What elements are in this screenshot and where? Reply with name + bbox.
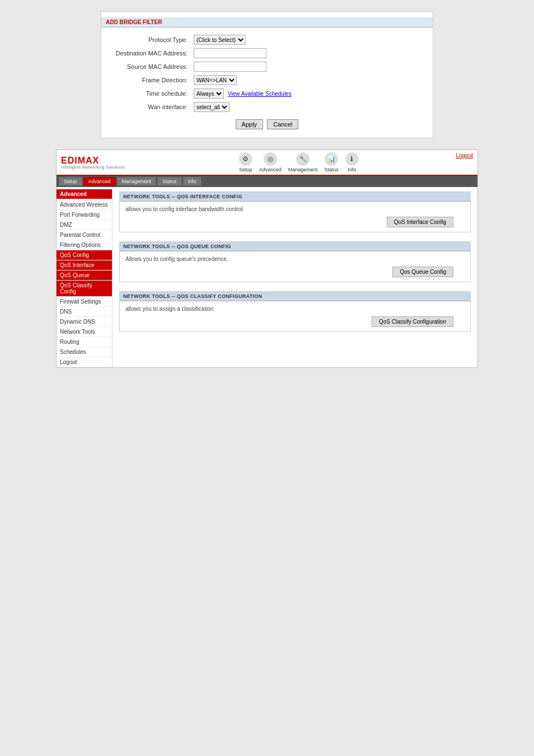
- bridge-filter-form: Protocol Type: (Click to Select) Destina…: [101, 33, 433, 114]
- sidebar-item-qos-interface[interactable]: QoS Interface: [57, 260, 112, 270]
- sidebar-item-filtering-options[interactable]: Filtering Options: [57, 240, 112, 250]
- source-mac-label: Source MAC Address:: [101, 60, 191, 73]
- frame-direction-select[interactable]: WAN=>LAN: [194, 75, 237, 85]
- destination-mac-input[interactable]: [194, 48, 266, 58]
- sidebar-item-firewall-settings[interactable]: Firewall Settings: [57, 297, 112, 307]
- protocol-type-select[interactable]: (Click to Select): [194, 35, 246, 45]
- sidebar-item-logout[interactable]: Logout: [57, 357, 112, 367]
- management-label: Management: [288, 167, 318, 172]
- nav-icon-info[interactable]: ℹ Info: [345, 152, 359, 172]
- qos-queue-block: NETWORK TOOLS -- QOS QUEUE CONFIG Allows…: [119, 241, 471, 282]
- info-icon: ℹ: [345, 152, 359, 166]
- brand-name: EDIMAX: [61, 156, 125, 165]
- advanced-icon: ◎: [264, 152, 277, 166]
- info-label: Info: [348, 167, 356, 172]
- content-area: NETWORK TOOLS -- QOS INTERFACE CONFIG al…: [113, 187, 477, 367]
- management-icon: 🔧: [296, 152, 310, 166]
- qos-interface-body: allows you to config interface bandwidth…: [120, 202, 470, 232]
- sidebar-item-port-forwarding[interactable]: Port Forwarding: [57, 210, 112, 220]
- nav-icon-advanced[interactable]: ◎ Advanced: [259, 152, 282, 172]
- protocol-type-label: Protocol Type:: [101, 33, 191, 46]
- qos-interface-config-button[interactable]: QoS Interface Config: [387, 217, 453, 227]
- bridge-filter-buttons: Apply Cancel: [101, 119, 433, 129]
- bridge-filter-header: ADD BRIDGE FILTER: [101, 17, 433, 27]
- sub-nav-tabs: Setup Advanced Management Status Info: [57, 176, 477, 187]
- qos-queue-description: Allows you to config queue's precedence.: [125, 256, 465, 262]
- qos-classify-header: NETWORK TOOLS -- QOS CLASSIFY CONFIGURAT…: [120, 292, 470, 301]
- tab-advanced[interactable]: Advanced: [83, 177, 116, 186]
- logout-button[interactable]: Logout: [456, 152, 473, 158]
- sidebar-item-dmz[interactable]: DMZ: [57, 220, 112, 230]
- qos-classify-description: allows you to assign a classification.: [125, 306, 465, 312]
- wan-interface-select[interactable]: select_all: [194, 102, 229, 112]
- sidebar-item-schedules[interactable]: Schedules: [57, 347, 112, 357]
- time-schedule-select[interactable]: Always: [194, 88, 224, 99]
- destination-mac-label: Destination MAC Address:: [101, 46, 191, 60]
- nav-icons-bar: ⚙ Setup ◎ Advanced 🔧 Management 📊 Status…: [125, 152, 473, 172]
- status-label: Status: [324, 167, 339, 172]
- sidebar-item-parental-control[interactable]: Parental Control: [57, 230, 112, 240]
- nav-icon-status[interactable]: 📊 Status: [324, 152, 339, 172]
- sidebar-item-dynamic-dns[interactable]: Dynamic DNS: [57, 317, 112, 327]
- view-schedules-link[interactable]: View Available Schedules: [228, 91, 292, 97]
- setup-label: Setup: [239, 167, 252, 172]
- qos-classify-body: allows you to assign a classification. Q…: [120, 301, 470, 332]
- qos-classify-block: NETWORK TOOLS -- QOS CLASSIFY CONFIGURAT…: [119, 291, 471, 332]
- nav-icon-management[interactable]: 🔧 Management: [288, 152, 318, 172]
- wan-interface-label: Wan interface:: [101, 100, 191, 114]
- source-mac-input[interactable]: [194, 62, 266, 72]
- apply-button[interactable]: Apply: [236, 119, 264, 129]
- qos-queue-config-button[interactable]: Qos Queue Config: [392, 267, 453, 277]
- qos-interface-header: NETWORK TOOLS -- QOS INTERFACE CONFIG: [120, 192, 470, 202]
- setup-icon: ⚙: [239, 152, 252, 166]
- sidebar-item-qos-config[interactable]: QoS Config: [57, 250, 112, 260]
- frame-direction-label: Frame Direction:: [101, 73, 191, 87]
- tab-status[interactable]: Status: [157, 177, 182, 186]
- sidebar-item-qos-classify-config[interactable]: QoS Classify Config: [57, 281, 112, 297]
- qos-queue-header: NETWORK TOOLS -- QOS QUEUE CONFIG: [120, 242, 470, 251]
- qos-interface-description: allows you to config interface bandwidth…: [125, 206, 465, 212]
- tab-info[interactable]: Info: [183, 177, 202, 186]
- advanced-label: Advanced: [259, 167, 282, 172]
- sidebar-section-title: Advanced: [57, 189, 112, 199]
- edimax-logo: EDIMAX Intelligent Networking Solutions: [61, 156, 125, 169]
- tab-management[interactable]: Management: [117, 177, 157, 186]
- qos-queue-body: Allows you to config queue's precedence.…: [120, 251, 470, 282]
- cancel-button[interactable]: Cancel: [267, 119, 298, 129]
- time-schedule-label: Time schedule:: [101, 87, 191, 100]
- router-header: EDIMAX Intelligent Networking Solutions …: [57, 150, 477, 176]
- status-icon: 📊: [325, 152, 338, 166]
- router-panel: EDIMAX Intelligent Networking Solutions …: [56, 150, 478, 368]
- sidebar-item-network-tools[interactable]: Network Tools: [57, 327, 112, 337]
- sidebar-item-routing[interactable]: Routing: [57, 337, 112, 347]
- qos-classify-config-button[interactable]: QoS Classify Configuration: [372, 316, 453, 327]
- sidebar: Advanced Advanced Wireless Port Forwardi…: [57, 187, 113, 367]
- sidebar-item-qos-queue[interactable]: QoS Queue: [57, 270, 112, 281]
- add-bridge-filter-panel: ADD BRIDGE FILTER Protocol Type: (Click …: [101, 11, 433, 138]
- sidebar-item-dns[interactable]: DNS: [57, 307, 112, 317]
- tab-setup[interactable]: Setup: [59, 177, 82, 186]
- sidebar-item-advanced-wireless[interactable]: Advanced Wireless: [57, 200, 112, 210]
- router-body: Advanced Advanced Wireless Port Forwardi…: [57, 187, 477, 367]
- nav-icon-setup[interactable]: ⚙ Setup: [239, 152, 252, 172]
- qos-interface-block: NETWORK TOOLS -- QOS INTERFACE CONFIG al…: [119, 192, 471, 232]
- brand-sub: Intelligent Networking Solutions: [61, 165, 125, 169]
